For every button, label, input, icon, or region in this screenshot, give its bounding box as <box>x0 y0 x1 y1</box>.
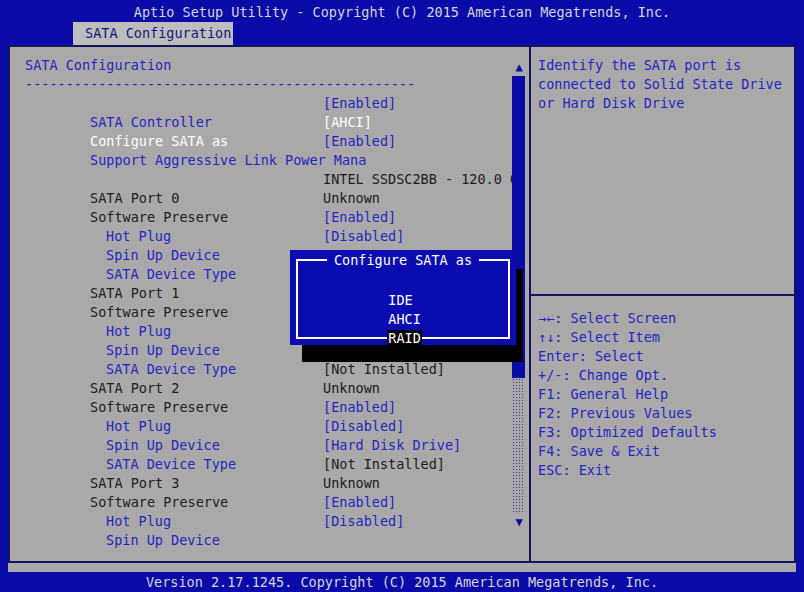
setting-row[interactable]: Hot Plug [Enabled] <box>25 208 515 227</box>
setting-value: [Enabled] <box>323 208 396 227</box>
popup-title: Configure SATA as <box>290 251 516 270</box>
setting-row: SATA Port 3 [Not Installed] <box>25 455 515 474</box>
key-legend-item: →←: Select Screen <box>538 309 790 328</box>
panel-border-left <box>8 45 10 563</box>
key-legend-item: ↑↓: Select Item <box>538 328 790 347</box>
key-legend-item: +/-: Change Opt. <box>538 366 790 385</box>
setting-value: [Enabled] <box>323 94 396 113</box>
setting-row: SATA Port 0 INTEL SSDSC2BB - 120.0 G <box>25 170 515 189</box>
key-legend-item: F4: Save & Exit <box>538 442 790 461</box>
key-legend-item: F1: General Help <box>538 385 790 404</box>
setting-row[interactable]: SATA Controller [Enabled] <box>25 94 515 113</box>
tab-row: SATA Configuration <box>0 22 804 45</box>
setting-value: [Disabled] <box>323 227 404 246</box>
panel-heading: SATA Configuration <box>25 56 515 75</box>
scroll-up-icon[interactable]: ▲ <box>512 60 526 74</box>
setting-value: [Hard Disk Drive] <box>323 436 461 455</box>
configure-sata-popup: Configure SATA as IDE AHCI RAID <box>290 250 516 345</box>
separator-line: ----------------------------------------… <box>25 75 515 94</box>
key-legend-item: ESC: Exit <box>538 461 790 480</box>
setting-value: Unknown <box>323 379 380 398</box>
help-text-line: Identify the SATA port is <box>538 56 790 75</box>
panel-border-right <box>794 45 796 563</box>
scrollbar-track[interactable] <box>512 378 525 514</box>
key-legend: →←: Select Screen↑↓: Select ItemEnter: S… <box>538 309 790 480</box>
setting-value: [Enabled] <box>323 132 396 151</box>
popup-option-label[interactable]: RAID <box>387 330 422 346</box>
setting-value: Unknown <box>323 474 380 493</box>
setting-row[interactable]: Hot Plug [Enabled] <box>25 398 515 417</box>
version-text: Version 2.17.1245. Copyright (C) 2015 Am… <box>146 574 658 590</box>
setting-row[interactable]: Spin Up Device [Disabled] <box>25 417 515 436</box>
help-legend-divider <box>531 294 794 296</box>
help-text-line: connected to Solid State Drive <box>538 75 790 94</box>
setting-row: Software Preserve Unknown <box>25 379 515 398</box>
setting-value: [Disabled] <box>323 417 404 436</box>
footer-bar: Version 2.17.1245. Copyright (C) 2015 Am… <box>0 572 804 592</box>
popup-option-label[interactable]: IDE <box>387 292 413 308</box>
app-title: Aptio Setup Utility - Copyright (C) 2015… <box>134 4 670 20</box>
setting-value: [Enabled] <box>323 493 396 512</box>
key-legend-item: F2: Previous Values <box>538 404 790 423</box>
key-legend-item: Enter: Select <box>538 347 790 366</box>
panel-border-top <box>8 45 796 47</box>
titlebar: Aptio Setup Utility - Copyright (C) 2015… <box>0 0 804 22</box>
setting-row: Software Preserve Unknown <box>25 189 515 208</box>
panel-divider <box>529 45 531 563</box>
setting-row: Software Preserve Unknown <box>25 474 515 493</box>
setting-value: [Enabled] <box>323 398 396 417</box>
help-text-line: or Hard Disk Drive <box>538 94 790 113</box>
setting-label: Spin Up Device <box>106 532 220 548</box>
setting-row[interactable]: Hot Plug [Enabled] <box>25 493 515 512</box>
setting-row: SATA Port 2 [Not Installed] <box>25 360 515 379</box>
setting-value: [AHCI] <box>323 113 372 132</box>
setting-row[interactable]: SATA Device Type [Hard Disk Drive] <box>25 436 515 455</box>
popup-options: IDE AHCI RAID <box>306 272 422 329</box>
key-legend-item: F3: Optimized Defaults <box>538 423 790 442</box>
main-area: SATA Configuration ---------------------… <box>8 45 796 572</box>
help-text-panel: Identify the SATA port isconnected to So… <box>538 56 790 113</box>
popup-option[interactable]: IDE <box>306 272 422 291</box>
setting-row[interactable]: Configure SATA as [AHCI] <box>25 113 515 132</box>
setting-row[interactable]: Support Aggressive Link Power Mana [Enab… <box>25 132 515 151</box>
tab-sata-configuration[interactable]: SATA Configuration <box>73 22 233 45</box>
setting-value: [Not Installed] <box>323 455 445 474</box>
setting-row[interactable]: Spin Up Device [Disabled] <box>25 512 515 531</box>
setting-row[interactable]: Spin Up Device [Disabled] <box>25 227 515 246</box>
scroll-down-icon[interactable]: ▼ <box>512 515 526 529</box>
panel-border-bottom <box>8 561 796 563</box>
popup-option-label[interactable]: AHCI <box>387 311 422 327</box>
setting-value: Unknown <box>323 189 380 208</box>
setting-value: [Disabled] <box>323 512 404 531</box>
setting-row <box>25 151 515 170</box>
setting-value: INTEL SSDSC2BB - 120.0 G <box>323 170 518 189</box>
